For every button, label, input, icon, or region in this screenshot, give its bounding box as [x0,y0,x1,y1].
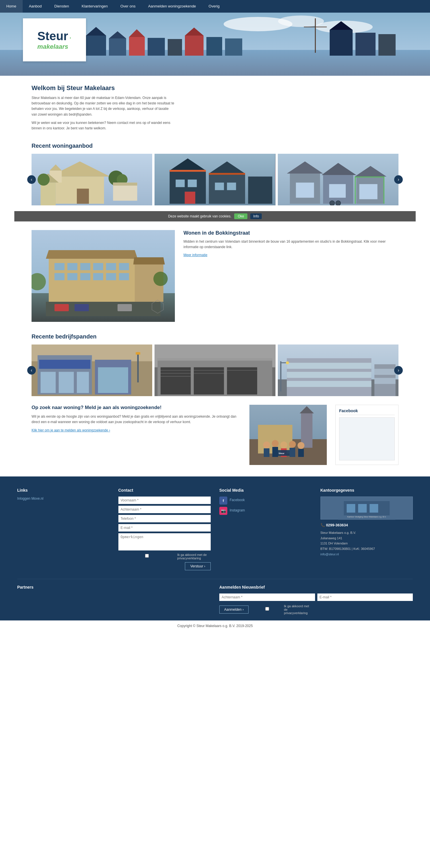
svg-point-138 [298,442,304,449]
copyright-text: Copyright © Steur Makelaars o.g. B.V. 20… [177,624,253,628]
contact-email-input[interactable] [119,524,211,531]
footer-link-inloggen[interactable]: Inloggen Move.nl [17,497,110,500]
cookie-ok-button[interactable]: Oke [234,213,247,219]
bokkingstraat-text: Wonen in de Bokkingstraat Midden in het … [184,230,398,257]
contact-privacy-checkbox[interactable] [119,554,176,558]
kantoor-address-3: 1131 DH Volendam [321,541,413,546]
svg-point-62 [330,201,335,206]
nav-klantervaringen[interactable]: Klantervaringen [75,0,114,12]
svg-rect-57 [383,177,384,204]
facebook-icon[interactable]: f [219,497,227,504]
svg-rect-35 [113,183,137,186]
svg-rect-94 [41,372,56,393]
woningzoekende-wrapper: Op zoek naar woning? Meld je aan als won… [32,405,327,465]
social-facebook-item: f Facebook [219,497,312,504]
svg-point-134 [280,441,287,448]
bokkingstraat-section: Wonen in de Bokkingstraat Midden in het … [32,230,398,322]
biz-carousel-next-btn[interactable]: › [394,366,403,375]
svg-point-87 [153,272,168,286]
svg-rect-7 [109,38,126,56]
contact-privacy-checkbox-row: Ik ga akkoord met de privacyverklaring [119,553,211,560]
newsletter-email-input[interactable] [317,593,413,601]
cookie-info-button[interactable]: Info [250,213,262,219]
biz-item-3 [278,344,398,396]
nav-overig[interactable]: Overig [202,0,226,12]
svg-rect-5 [86,36,106,56]
partners-section: Partners [17,585,211,615]
logo-box: Steur · makelaars [23,18,86,61]
kantoor-address-1: Steur Makelaars o.g. B.V. [321,530,413,535]
newsletter-achternaam-input[interactable] [219,593,315,601]
newsletter-submit-button[interactable]: Aanmelden › [219,606,249,614]
newsletter-section: Aanmelden Nieuwsbrief Aanmelden › Ik ga … [219,585,413,615]
svg-rect-99 [136,352,140,354]
footer-bottom-row: Partners Aanmelden Nieuwsbrief Aanmelden… [17,579,413,615]
svg-marker-67 [46,250,138,259]
nav-diensten[interactable]: Diensten [48,0,75,12]
footer-contact-title: Contact [119,488,211,493]
kantoor-phone: 📞 0299-363634 [321,522,413,528]
bottom-sections: Op zoek naar woning? Meld je aan als won… [32,405,398,465]
bokkingstraat-image [32,230,175,322]
footer-kantoor-title: Kantoorgegevens [321,488,413,493]
svg-text:Steur: Steur [278,452,285,455]
svg-rect-139 [298,449,304,457]
svg-rect-145 [358,504,367,513]
svg-rect-93 [39,360,90,369]
svg-rect-13 [185,36,203,56]
contact-telefoon-input[interactable] [119,515,211,522]
svg-rect-112 [158,358,272,361]
svg-rect-69 [67,263,77,270]
bokkingstraat-description: Midden in het centrum van Volendam start… [184,239,398,250]
carousel-prev-btn[interactable]: ‹ [27,175,36,184]
woningzoekende-link[interactable]: Klik hier om je aan te melden als woning… [32,428,110,432]
facebook-link[interactable]: Facebook [230,498,245,502]
bokkingstraat-link[interactable]: Meer informatie [184,253,207,257]
svg-rect-131 [264,448,269,457]
svg-rect-72 [106,263,116,270]
carousel-next-btn[interactable]: › [394,175,403,184]
svg-rect-120 [374,369,396,375]
nav-aanbod[interactable]: Aanbod [23,0,48,12]
svg-rect-58 [355,177,384,178]
biz-carousel-prev-btn[interactable]: ‹ [27,366,36,375]
nav-woningzoekende[interactable]: Aanmelden woningzoekende [142,0,202,12]
welcome-heading: Welkom bij Steur Makelaars [32,84,398,92]
svg-rect-96 [77,372,89,393]
svg-rect-98 [137,352,139,382]
main-content: Welkom bij Steur Makelaars Steur Makelaa… [14,76,416,465]
contact-submit-button[interactable]: Verstuur › [185,562,211,570]
logo-steur: Steur [37,29,68,43]
bedrijfspanden-title: Recente bedrijfspanden [32,331,398,340]
svg-rect-29 [41,183,56,206]
svg-rect-97 [98,368,128,393]
facebook-widget [339,417,395,460]
instagram-icon[interactable]: 📷 [219,507,227,515]
kantoor-image: Kantoor Vestiging Steur Makelaars o.g. B… [321,497,413,520]
contact-opmerkingen-input[interactable] [119,533,211,551]
svg-point-132 [272,440,278,447]
facebook-title: Facebook [339,408,395,415]
copyright-bar: Copyright © Steur Makelaars o.g. B.V. 20… [0,620,430,631]
svg-rect-137 [290,448,295,457]
footer-grid: Links Inloggen Move.nl Contact Ik ga akk… [17,488,413,570]
svg-rect-28 [77,189,89,204]
svg-rect-95 [59,372,74,393]
newsletter-privacy-checkbox[interactable] [252,607,282,611]
cookie-text: Deze website maakt gebruik van cookies. [168,214,232,218]
svg-rect-22 [378,34,396,56]
nav-over-ons[interactable]: Over ons [114,0,142,12]
contact-voornaam-input[interactable] [119,497,211,504]
contact-achternaam-input[interactable] [119,506,211,513]
partners-title: Partners [17,585,211,589]
svg-point-136 [289,441,296,448]
svg-marker-81 [133,257,165,265]
svg-rect-43 [188,180,197,187]
svg-rect-117 [287,372,371,378]
nav-home[interactable]: Home [0,0,23,12]
instagram-link[interactable]: Instagram [230,508,245,512]
svg-rect-74 [55,273,65,280]
svg-rect-146 [369,504,378,513]
svg-rect-121 [374,378,396,384]
newsletter-submit-row: Aanmelden › Ik ga akkoord met de privacy… [219,604,413,615]
